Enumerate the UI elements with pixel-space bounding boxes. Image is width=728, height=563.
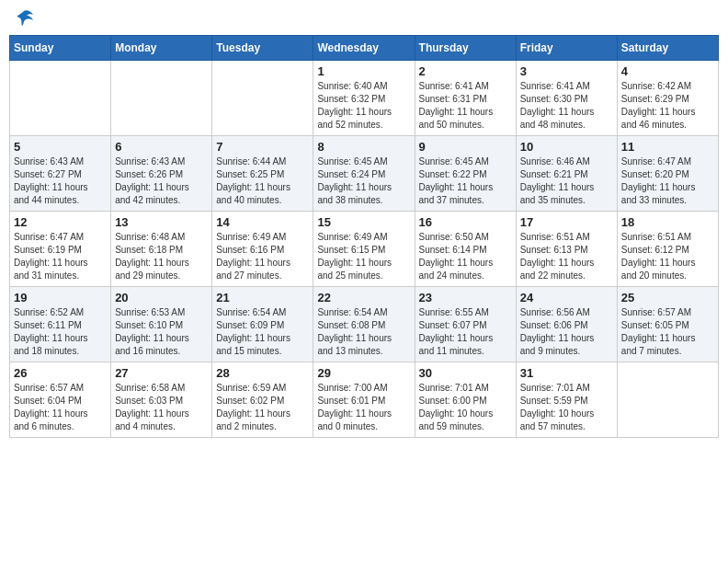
- day-cell: 31Sunrise: 7:01 AM Sunset: 5:59 PM Dayli…: [516, 362, 617, 438]
- day-info: Sunrise: 6:45 AM Sunset: 6:22 PM Dayligh…: [419, 155, 512, 207]
- day-cell: 8Sunrise: 6:45 AM Sunset: 6:24 PM Daylig…: [313, 136, 415, 212]
- weekday-header-monday: Monday: [111, 36, 212, 61]
- day-cell: [212, 61, 313, 136]
- day-info: Sunrise: 6:48 AM Sunset: 6:18 PM Dayligh…: [115, 231, 208, 282]
- day-number: 24: [520, 291, 613, 304]
- day-cell: 2Sunrise: 6:41 AM Sunset: 6:31 PM Daylig…: [415, 61, 516, 136]
- day-number: 17: [520, 215, 613, 229]
- day-number: 14: [216, 215, 309, 229]
- day-cell: 28Sunrise: 6:59 AM Sunset: 6:02 PM Dayli…: [212, 362, 313, 438]
- day-number: 2: [419, 64, 512, 78]
- day-cell: 11Sunrise: 6:47 AM Sunset: 6:20 PM Dayli…: [617, 136, 718, 212]
- day-number: 3: [520, 64, 613, 78]
- day-info: Sunrise: 6:59 AM Sunset: 6:02 PM Dayligh…: [216, 382, 309, 433]
- day-info: Sunrise: 6:45 AM Sunset: 6:24 PM Dayligh…: [317, 155, 410, 207]
- day-info: Sunrise: 6:43 AM Sunset: 6:27 PM Dayligh…: [14, 155, 107, 207]
- day-info: Sunrise: 6:55 AM Sunset: 6:07 PM Dayligh…: [419, 306, 512, 358]
- weekday-header-saturday: Saturday: [617, 36, 718, 61]
- day-info: Sunrise: 6:52 AM Sunset: 6:11 PM Dayligh…: [14, 306, 107, 358]
- day-info: Sunrise: 6:42 AM Sunset: 6:29 PM Dayligh…: [621, 80, 714, 132]
- day-cell: [10, 61, 111, 136]
- weekday-header-friday: Friday: [516, 36, 617, 61]
- day-cell: 14Sunrise: 6:49 AM Sunset: 6:16 PM Dayli…: [212, 212, 313, 287]
- day-info: Sunrise: 6:44 AM Sunset: 6:25 PM Dayligh…: [216, 155, 309, 207]
- day-cell: 23Sunrise: 6:55 AM Sunset: 6:07 PM Dayli…: [415, 287, 516, 362]
- day-info: Sunrise: 6:49 AM Sunset: 6:15 PM Dayligh…: [317, 231, 410, 282]
- day-info: Sunrise: 7:00 AM Sunset: 6:01 PM Dayligh…: [317, 382, 410, 433]
- day-number: 16: [419, 215, 512, 229]
- day-number: 6: [115, 140, 208, 154]
- day-number: 18: [621, 215, 714, 229]
- day-number: 27: [115, 366, 208, 380]
- day-number: 28: [216, 366, 309, 380]
- day-info: Sunrise: 6:40 AM Sunset: 6:32 PM Dayligh…: [317, 80, 410, 132]
- day-cell: 13Sunrise: 6:48 AM Sunset: 6:18 PM Dayli…: [111, 212, 212, 287]
- day-info: Sunrise: 6:58 AM Sunset: 6:03 PM Dayligh…: [115, 382, 208, 433]
- day-cell: 5Sunrise: 6:43 AM Sunset: 6:27 PM Daylig…: [10, 136, 111, 212]
- day-info: Sunrise: 6:47 AM Sunset: 6:19 PM Dayligh…: [14, 231, 107, 282]
- day-cell: 24Sunrise: 6:56 AM Sunset: 6:06 PM Dayli…: [516, 287, 617, 362]
- week-row-4: 19Sunrise: 6:52 AM Sunset: 6:11 PM Dayli…: [10, 287, 719, 362]
- day-number: 10: [520, 140, 613, 154]
- day-cell: 7Sunrise: 6:44 AM Sunset: 6:25 PM Daylig…: [212, 136, 313, 212]
- logo: [13, 9, 35, 28]
- day-number: 9: [419, 140, 512, 154]
- day-number: 22: [317, 291, 410, 304]
- day-info: Sunrise: 6:43 AM Sunset: 6:26 PM Dayligh…: [115, 155, 208, 207]
- day-info: Sunrise: 6:54 AM Sunset: 6:08 PM Dayligh…: [317, 306, 410, 358]
- day-number: 12: [14, 215, 107, 229]
- week-row-2: 5Sunrise: 6:43 AM Sunset: 6:27 PM Daylig…: [10, 136, 719, 212]
- day-info: Sunrise: 6:46 AM Sunset: 6:21 PM Dayligh…: [520, 155, 613, 207]
- day-info: Sunrise: 6:53 AM Sunset: 6:10 PM Dayligh…: [115, 306, 208, 358]
- day-cell: 18Sunrise: 6:51 AM Sunset: 6:12 PM Dayli…: [617, 212, 718, 287]
- day-number: 21: [216, 291, 309, 304]
- day-number: 30: [419, 366, 512, 380]
- day-cell: 3Sunrise: 6:41 AM Sunset: 6:30 PM Daylig…: [516, 61, 617, 136]
- day-number: 29: [317, 366, 410, 380]
- day-cell: 10Sunrise: 6:46 AM Sunset: 6:21 PM Dayli…: [516, 136, 617, 212]
- calendar-table: SundayMondayTuesdayWednesdayThursdayFrid…: [9, 35, 719, 438]
- weekday-header-sunday: Sunday: [10, 36, 111, 61]
- day-cell: 9Sunrise: 6:45 AM Sunset: 6:22 PM Daylig…: [415, 136, 516, 212]
- day-number: 1: [317, 64, 410, 78]
- day-info: Sunrise: 6:51 AM Sunset: 6:12 PM Dayligh…: [621, 231, 714, 282]
- day-cell: 29Sunrise: 7:00 AM Sunset: 6:01 PM Dayli…: [313, 362, 415, 438]
- day-number: 19: [14, 291, 107, 304]
- day-info: Sunrise: 6:49 AM Sunset: 6:16 PM Dayligh…: [216, 231, 309, 282]
- weekday-header-thursday: Thursday: [415, 36, 516, 61]
- day-cell: 19Sunrise: 6:52 AM Sunset: 6:11 PM Dayli…: [10, 287, 111, 362]
- weekday-header-tuesday: Tuesday: [212, 36, 313, 61]
- weekday-header-row: SundayMondayTuesdayWednesdayThursdayFrid…: [10, 36, 719, 61]
- day-cell: 4Sunrise: 6:42 AM Sunset: 6:29 PM Daylig…: [617, 61, 718, 136]
- day-cell: [111, 61, 212, 136]
- day-number: 20: [115, 291, 208, 304]
- day-cell: 17Sunrise: 6:51 AM Sunset: 6:13 PM Dayli…: [516, 212, 617, 287]
- day-info: Sunrise: 6:41 AM Sunset: 6:31 PM Dayligh…: [419, 80, 512, 132]
- day-cell: 20Sunrise: 6:53 AM Sunset: 6:10 PM Dayli…: [111, 287, 212, 362]
- day-number: 11: [621, 140, 714, 154]
- day-info: Sunrise: 7:01 AM Sunset: 5:59 PM Dayligh…: [520, 382, 613, 433]
- weekday-header-wednesday: Wednesday: [313, 36, 415, 61]
- day-info: Sunrise: 6:56 AM Sunset: 6:06 PM Dayligh…: [520, 306, 613, 358]
- week-row-3: 12Sunrise: 6:47 AM Sunset: 6:19 PM Dayli…: [10, 212, 719, 287]
- logo-bird-icon: [15, 9, 35, 28]
- day-cell: 12Sunrise: 6:47 AM Sunset: 6:19 PM Dayli…: [10, 212, 111, 287]
- day-info: Sunrise: 6:41 AM Sunset: 6:30 PM Dayligh…: [520, 80, 613, 132]
- day-info: Sunrise: 6:47 AM Sunset: 6:20 PM Dayligh…: [621, 155, 714, 207]
- day-cell: 30Sunrise: 7:01 AM Sunset: 6:00 PM Dayli…: [415, 362, 516, 438]
- day-cell: 16Sunrise: 6:50 AM Sunset: 6:14 PM Dayli…: [415, 212, 516, 287]
- day-info: Sunrise: 6:54 AM Sunset: 6:09 PM Dayligh…: [216, 306, 309, 358]
- day-number: 7: [216, 140, 309, 154]
- day-number: 13: [115, 215, 208, 229]
- day-info: Sunrise: 6:57 AM Sunset: 6:05 PM Dayligh…: [621, 306, 714, 358]
- day-cell: 25Sunrise: 6:57 AM Sunset: 6:05 PM Dayli…: [617, 287, 718, 362]
- day-cell: 15Sunrise: 6:49 AM Sunset: 6:15 PM Dayli…: [313, 212, 415, 287]
- day-number: 4: [621, 64, 714, 78]
- day-cell: 27Sunrise: 6:58 AM Sunset: 6:03 PM Dayli…: [111, 362, 212, 438]
- day-cell: 22Sunrise: 6:54 AM Sunset: 6:08 PM Dayli…: [313, 287, 415, 362]
- day-cell: 21Sunrise: 6:54 AM Sunset: 6:09 PM Dayli…: [212, 287, 313, 362]
- day-info: Sunrise: 6:57 AM Sunset: 6:04 PM Dayligh…: [14, 382, 107, 433]
- day-number: 5: [14, 140, 107, 154]
- day-info: Sunrise: 7:01 AM Sunset: 6:00 PM Dayligh…: [419, 382, 512, 433]
- day-cell: 1Sunrise: 6:40 AM Sunset: 6:32 PM Daylig…: [313, 61, 415, 136]
